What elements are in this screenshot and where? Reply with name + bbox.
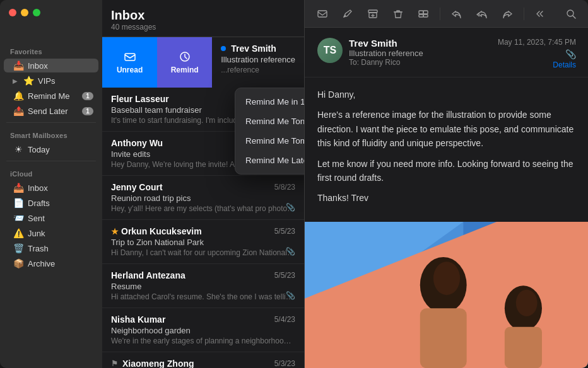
more-button[interactable] (531, 4, 551, 24)
svg-rect-2 (318, 11, 327, 17)
sidebar-item-label: Trash (28, 244, 93, 253)
message-item[interactable]: ⚑ Xiaomeng Zhong 5/3/23 Park Photos Hi D… (102, 352, 304, 368)
email-image-attachment (305, 222, 588, 368)
msg-date: 5/5/23 (274, 271, 295, 280)
msg-header: Herland Antezana 5/5/23 (111, 270, 295, 280)
maximize-button[interactable] (33, 9, 40, 16)
sidebar-item-label: Inbox (28, 61, 93, 71)
unread-dot (221, 46, 226, 51)
email-body: Hi Danny, Here's a reference image for t… (305, 78, 588, 222)
details-link[interactable]: Details (498, 60, 576, 69)
messages-scroll[interactable]: Unread Remind (102, 37, 304, 368)
swipe-unread-button[interactable]: Unread (102, 37, 157, 88)
message-item[interactable]: Jenny Court 5/8/23 Reunion road trip pic… (102, 176, 304, 220)
msg-preview: Hey, y'all! Here are my selects (that's … (111, 204, 295, 213)
email-date: May 11, 2023, 7:45 PM (498, 38, 576, 47)
inbox-icon: 📥 (13, 183, 24, 193)
sidebar-item-trash[interactable]: 🗑️ Trash (4, 241, 98, 255)
minimize-button[interactable] (21, 9, 28, 16)
message-item[interactable]: ★ Orkun Kucuksevim 5/5/23 Trip to Zion N… (102, 220, 304, 264)
attachment-icon: 📎 (286, 247, 295, 256)
body-paragraph-2: Here's a reference image for the illustr… (317, 108, 576, 150)
reply-button[interactable] (447, 4, 467, 24)
sent-icon: 📨 (13, 213, 24, 223)
sidebar-item-junk[interactable]: ⚠️ Junk (4, 226, 98, 240)
chevron-icon: ▶ (13, 78, 18, 84)
new-message-button[interactable] (312, 4, 332, 24)
message-item[interactable]: Herland Antezana 5/5/23 Resume Hi attach… (102, 264, 304, 308)
icloud-label: iCloud (0, 165, 102, 180)
sidebar-item-inbox-fav[interactable]: 📥 Inbox (4, 59, 98, 72)
trash-icon: 🗑️ (13, 243, 24, 253)
sidebar: Favorites 📥 Inbox ▶ ⭐ VIPs 🔔 Remind Me 1… (0, 0, 102, 368)
message-list: Inbox 40 messages Unread (102, 0, 304, 368)
sidebar-item-remind-me[interactable]: 🔔 Remind Me 1 (4, 89, 98, 103)
sender-name: Anthony Wu (111, 138, 163, 148)
message-list-header: Inbox 40 messages (102, 0, 304, 37)
remind-later[interactable]: Remind Me Later... (235, 151, 304, 170)
send-later-badge: 1 (82, 107, 93, 115)
email-subject: Illustration reference (349, 49, 491, 58)
swipe-row: Unread Remind (102, 37, 304, 88)
sender-name: Jenny Court (111, 182, 163, 192)
message-count: 40 messages (111, 23, 295, 32)
sender-name: Herland Antezana (111, 270, 185, 280)
sidebar-item-label: Archive (28, 259, 93, 268)
remind-1-hour[interactable]: Remind Me in 1 Hour (235, 92, 304, 112)
unread-icon (124, 50, 136, 63)
search-button[interactable] (561, 4, 581, 24)
reply-all-button[interactable] (472, 4, 492, 24)
msg-preview: We're in the early stages of planning a … (111, 336, 295, 345)
svg-rect-17 (505, 327, 542, 368)
close-button[interactable] (9, 9, 16, 16)
attachment-icon: 📎 (286, 203, 295, 212)
msg-date: 5/5/23 (274, 227, 295, 236)
sidebar-item-drafts[interactable]: 📄 Drafts (4, 196, 98, 210)
sidebar-item-icloud-inbox[interactable]: 📥 Inbox (4, 181, 98, 195)
svg-rect-5 (419, 11, 423, 14)
attachment-indicator: 📎 (498, 49, 576, 59)
today-icon: ☀ (13, 144, 24, 154)
sidebar-item-vips[interactable]: ▶ ⭐ VIPs (4, 74, 98, 88)
msg-preview: Hi attached Carol's resume. She's the on… (111, 292, 295, 301)
swipe-remind-button[interactable]: Remind (157, 37, 212, 88)
sidebar-item-label: Send Later (28, 106, 78, 116)
favorites-label: Favorites (0, 43, 102, 58)
msg-subject: Resume (111, 282, 295, 291)
avatar-initials: TS (324, 45, 336, 56)
divider (6, 122, 96, 123)
move-button[interactable] (413, 4, 433, 24)
sidebar-item-label: Junk (28, 229, 93, 238)
archive-button[interactable] (363, 4, 383, 24)
inbox-icon: 📥 (13, 60, 24, 71)
sidebar-item-archive[interactable]: 📦 Archive (4, 256, 98, 270)
sender-avatar: TS (317, 38, 343, 63)
msg-subject: Trip to Zion National Park (111, 238, 295, 247)
remind-tomorrow[interactable]: Remind Me Tomorrow (235, 131, 304, 151)
compose-button[interactable] (338, 4, 358, 24)
sidebar-item-sent[interactable]: 📨 Sent (4, 211, 98, 225)
msg-subject: Reunion road trip pics (111, 193, 295, 203)
remind-tonight[interactable]: Remind Me Tonight (235, 112, 304, 131)
msg-preview: Hi Danny, I can't wait for our upcoming … (111, 248, 295, 257)
sidebar-item-send-later[interactable]: 📤 Send Later 1 (4, 104, 98, 118)
msg-header: ⚑ Xiaomeng Zhong 5/3/23 (111, 359, 295, 368)
sidebar-item-label: Today (28, 145, 93, 154)
msg-date: 5/4/23 (274, 315, 295, 324)
msg-subject: Neighborhood garden (111, 326, 295, 335)
sender-name: Nisha Kumar (111, 314, 165, 325)
delete-button[interactable] (388, 4, 408, 24)
message-item[interactable]: Nisha Kumar 5/4/23 Neighborhood garden W… (102, 308, 304, 352)
sidebar-item-label: Remind Me (28, 91, 78, 101)
msg-header: Trev Smith (221, 43, 295, 54)
forward-button[interactable] (497, 4, 517, 24)
sidebar-item-today[interactable]: ☀ Today (4, 142, 98, 156)
bell-icon: 🔔 (13, 91, 24, 101)
swipe-message-preview[interactable]: Trev Smith Illustration reference ...ref… (212, 37, 304, 88)
email-to: To: Danny Rico (349, 58, 491, 67)
remind-me-badge: 1 (82, 92, 93, 100)
msg-header: ★ Orkun Kucuksevim 5/5/23 (111, 226, 295, 236)
inbox-title: Inbox (111, 8, 295, 23)
star-icon: ⭐ (23, 76, 34, 86)
email-date-area: May 11, 2023, 7:45 PM 📎 Details (498, 38, 576, 69)
